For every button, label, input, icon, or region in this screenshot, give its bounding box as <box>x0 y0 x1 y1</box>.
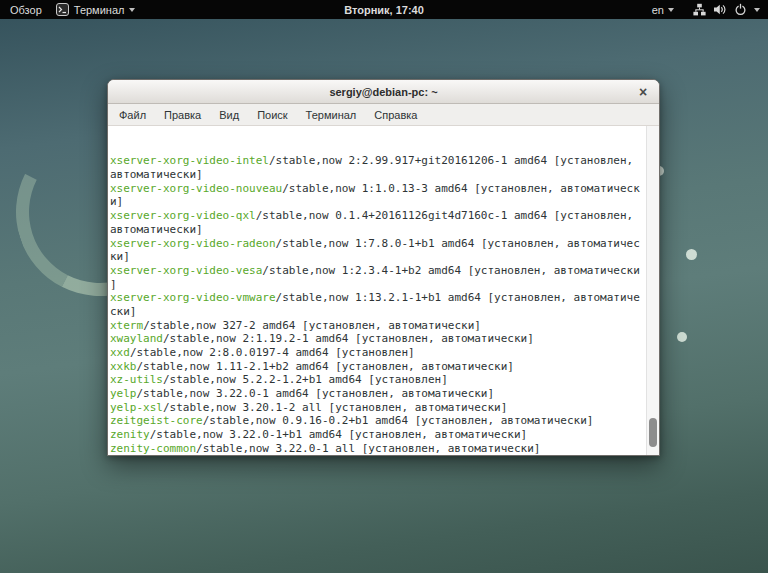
menu-item[interactable]: Правка <box>155 106 210 124</box>
app-menu-label: Терминал <box>74 4 125 16</box>
terminal-output: xserver-xorg-video-intel/stable,now 2:2.… <box>108 126 646 455</box>
window-titlebar[interactable]: sergiy@debian-pc: ~ × <box>108 80 659 104</box>
menu-item[interactable]: Файл <box>110 106 155 124</box>
top-bar: Обзор Терминал Вторник, 17:40 en <box>0 0 768 19</box>
terminal-line: yelp/stable,now 3.22.0-1 amd64 [установл… <box>110 387 646 401</box>
terminal-line: zenity/stable,now 3.22.0-1+b1 amd64 [уст… <box>110 428 646 442</box>
terminal-line: ски] <box>110 305 646 319</box>
terminal-line: xserver-xorg-video-vesa/stable,now 1:2.3… <box>110 264 646 278</box>
terminal-line: zenity-common/stable,now 3.22.0-1 all [у… <box>110 442 646 455</box>
terminal-line: yelp-xsl/stable,now 3.20.1-2 all [устано… <box>110 401 646 415</box>
scrollbar[interactable] <box>646 126 659 455</box>
terminal-line: xwayland/stable,now 2:1.19.2-1 amd64 [ус… <box>110 332 646 346</box>
terminal-icon <box>56 3 69 16</box>
menu-item[interactable]: Справка <box>365 106 426 124</box>
keyboard-layout-menu[interactable]: en <box>652 4 674 16</box>
close-button[interactable]: × <box>634 80 652 104</box>
background-dot <box>677 332 687 342</box>
terminal-line: xz-utils/stable,now 5.2.2-1.2+b1 amd64 [… <box>110 373 646 387</box>
terminal-line: ] <box>110 278 646 292</box>
terminal-line: автоматически] <box>110 223 646 237</box>
network-wired-icon <box>693 3 706 16</box>
terminal-line: xserver-xorg-video-vmware/stable,now 1:1… <box>110 291 646 305</box>
menu-item[interactable]: Терминал <box>297 106 366 124</box>
terminal-line: xserver-xorg-video-radeon/stable,now 1:7… <box>110 237 646 251</box>
keyboard-layout-label: en <box>652 4 664 16</box>
terminal-line: xterm/stable,now 327-2 amd64 [установлен… <box>110 319 646 333</box>
terminal-line: автоматически] <box>110 168 646 182</box>
terminal-line: xserver-xorg-video-qxl/stable,now 0.1.4+… <box>110 209 646 223</box>
chevron-down-icon <box>129 8 135 12</box>
power-icon <box>734 3 747 16</box>
background-dot <box>686 249 697 260</box>
window-title: sergiy@debian-pc: ~ <box>329 86 437 98</box>
scrollbar-handle[interactable] <box>649 418 657 447</box>
terminal-line: xxd/stable,now 2:8.0.0197-4 amd64 [устан… <box>110 346 646 360</box>
terminal-line: и] <box>110 195 646 209</box>
terminal-line: xserver-xorg-video-nouveau/stable,now 1:… <box>110 182 646 196</box>
chevron-down-icon <box>668 8 674 12</box>
volume-icon <box>713 3 727 16</box>
activities-label: Обзор <box>10 4 42 16</box>
chevron-down-icon <box>754 8 760 12</box>
terminal-window: sergiy@debian-pc: ~ × ФайлПравкаВидПоиск… <box>107 79 660 456</box>
system-status-area[interactable]: en <box>652 3 760 16</box>
menu-item[interactable]: Поиск <box>248 106 296 124</box>
menu-item[interactable]: Вид <box>210 106 248 124</box>
activities-button[interactable]: Обзор <box>10 0 42 19</box>
terminal-content[interactable]: xserver-xorg-video-intel/stable,now 2:2.… <box>108 126 659 455</box>
terminal-line: xserver-xorg-video-intel/stable,now 2:2.… <box>110 154 646 168</box>
terminal-line: zeitgeist-core/stable,now 0.9.16-0.2+b1 … <box>110 414 646 428</box>
window-menubar: ФайлПравкаВидПоискТерминалСправка <box>108 104 659 126</box>
terminal-line: ки] <box>110 250 646 264</box>
app-menu[interactable]: Терминал <box>56 0 136 19</box>
terminal-line: xxkb/stable,now 1.11-2.1+b2 amd64 [устан… <box>110 360 646 374</box>
